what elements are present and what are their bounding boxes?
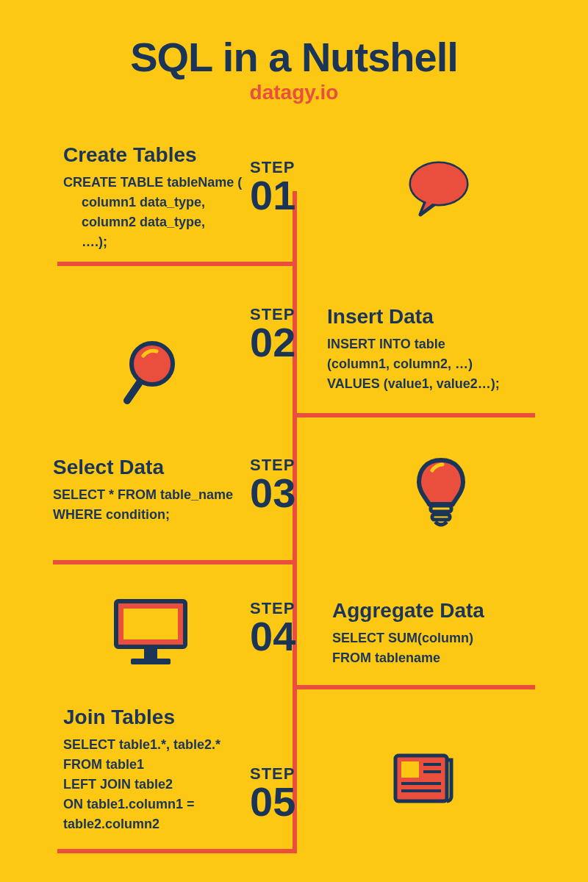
- step-heading: Create Tables: [63, 143, 247, 167]
- step-marker-2: STEP 02: [250, 305, 295, 361]
- step-content-4: Aggregate Data SELECT SUM(column) FROM t…: [332, 599, 567, 668]
- svg-rect-9: [131, 659, 171, 664]
- svg-rect-11: [401, 761, 419, 778]
- svg-rect-5: [432, 514, 450, 520]
- step-marker-1: STEP 01: [250, 158, 295, 214]
- step-heading: Select Data: [53, 456, 288, 479]
- newspaper-icon: [390, 750, 456, 811]
- step-code: SELECT table1.*, table2.* FROM table1 LE…: [63, 735, 298, 834]
- lightbulb-icon: [412, 454, 470, 534]
- step-content-3: Select Data SELECT * FROM table_name WHE…: [53, 456, 288, 525]
- step-content-1: Create Tables CREATE TABLE tableName ( c…: [63, 143, 247, 252]
- branch-line: [53, 560, 295, 564]
- svg-point-1: [411, 163, 467, 204]
- step-content-2: Insert Data INSERT INTO table (column1, …: [327, 305, 570, 394]
- step-content-5: Join Tables SELECT table1.*, table2.* FR…: [63, 706, 298, 834]
- step-heading: Insert Data: [327, 305, 570, 329]
- step-number: 01: [250, 177, 295, 214]
- step-code: SELECT * FROM table_name WHERE condition…: [53, 485, 288, 525]
- step-code: SELECT SUM(column) FROM tablename: [332, 628, 567, 668]
- page-subtitle: datagy.io: [0, 81, 588, 104]
- page-title: SQL in a Nutshell: [0, 0, 588, 81]
- svg-rect-7: [123, 609, 178, 639]
- step-number: 04: [250, 618, 295, 655]
- step-number: 02: [250, 324, 295, 361]
- branch-line: [293, 413, 535, 417]
- step-heading: Aggregate Data: [332, 599, 567, 623]
- svg-rect-4: [431, 506, 451, 512]
- svg-rect-8: [144, 648, 157, 659]
- branch-line: [293, 685, 535, 689]
- step-heading: Join Tables: [63, 706, 298, 729]
- magnifying-glass-icon: [114, 338, 184, 415]
- step-code: INSERT INTO table (column1, column2, …) …: [327, 334, 570, 394]
- branch-line: [57, 262, 297, 266]
- step-marker-4: STEP 04: [250, 599, 295, 655]
- step-code: CREATE TABLE tableName ( column1 data_ty…: [63, 173, 247, 252]
- branch-line: [57, 849, 297, 853]
- speech-bubble-icon: [404, 159, 474, 225]
- monitor-icon: [110, 595, 191, 672]
